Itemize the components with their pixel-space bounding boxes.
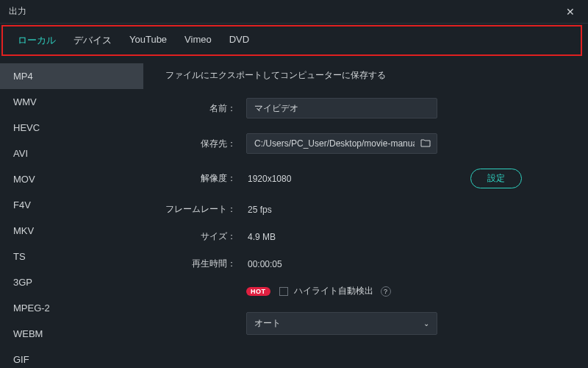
row-framerate: フレームレート： 25 fps (165, 203, 566, 216)
help-icon[interactable]: ? (381, 286, 391, 297)
export-description: ファイルにエクスポートしてコンピューターに保存する (165, 69, 566, 82)
value-resolution: 1920x1080 (246, 174, 291, 184)
tab-youtube[interactable]: YouTube (121, 31, 176, 50)
format-item-ts[interactable]: TS (0, 244, 143, 269)
highlight-mode-select[interactable]: オート ⌄ (246, 312, 437, 335)
hot-badge: HOT (246, 287, 270, 296)
format-item-mkv[interactable]: MKV (0, 218, 143, 244)
tab-local[interactable]: ローカル (9, 31, 65, 50)
format-item-mp4[interactable]: MP4 (0, 63, 143, 89)
format-item-mpeg2[interactable]: MPEG-2 (0, 295, 143, 321)
row-size: サイズ： 4.9 MB (165, 230, 566, 243)
folder-icon[interactable] (415, 135, 437, 152)
label-resolution: 解像度： (165, 172, 246, 185)
row-saveto: 保存先： C:/Users/PC_User/Desktop/movie-manu… (165, 133, 566, 154)
value-duration: 00:00:05 (246, 259, 282, 269)
row-dropdown: オート ⌄ (165, 312, 566, 335)
label-framerate: フレームレート： (165, 203, 246, 216)
titlebar: 出力 ✕ (0, 0, 588, 24)
format-item-wmv[interactable]: WMV (0, 89, 143, 115)
settings-button[interactable]: 設定 (470, 169, 522, 188)
row-name: 名前： (165, 98, 566, 118)
path-field: C:/Users/PC_User/Desktop/movie-manual.t (246, 133, 437, 154)
format-item-f4v[interactable]: F4V (0, 192, 143, 218)
label-saveto: 保存先： (165, 138, 246, 150)
row-highlight: HOT ハイライト自動検出 ? (165, 285, 566, 297)
content: MP4 WMV HEVC AVI MOV F4V MKV TS 3GP MPEG… (0, 56, 588, 368)
format-sidebar: MP4 WMV HEVC AVI MOV F4V MKV TS 3GP MPEG… (0, 56, 143, 368)
path-input[interactable]: C:/Users/PC_User/Desktop/movie-manual.t (247, 134, 415, 153)
row-duration: 再生時間： 00:00:05 (165, 258, 566, 270)
value-size: 4.9 MB (246, 232, 276, 242)
format-item-hevc[interactable]: HEVC (0, 115, 143, 141)
highlight-label: ハイライト自動検出 (294, 285, 373, 297)
format-item-webm[interactable]: WEBM (0, 321, 143, 347)
highlight-checkbox[interactable] (279, 287, 288, 296)
tabbar: ローカル デバイス YouTube Vimeo DVD (3, 26, 581, 54)
label-size: サイズ： (165, 230, 246, 243)
select-value: オート (254, 317, 281, 330)
format-item-gif[interactable]: GIF (0, 347, 143, 368)
label-duration: 再生時間： (165, 258, 246, 270)
close-icon[interactable]: ✕ (562, 4, 579, 19)
main-panel: ファイルにエクスポートしてコンピューターに保存する 名前： 保存先： C:/Us… (143, 56, 588, 368)
format-item-3gp[interactable]: 3GP (0, 269, 143, 295)
tab-dvd[interactable]: DVD (220, 31, 258, 50)
name-input[interactable] (246, 98, 437, 118)
window-title: 出力 (9, 5, 26, 18)
label-name: 名前： (165, 102, 246, 115)
chevron-down-icon: ⌄ (423, 319, 429, 328)
value-framerate: 25 fps (246, 205, 272, 215)
format-item-avi[interactable]: AVI (0, 141, 143, 166)
tab-vimeo[interactable]: Vimeo (176, 31, 220, 50)
format-item-mov[interactable]: MOV (0, 166, 143, 192)
tab-device[interactable]: デバイス (65, 31, 121, 50)
row-resolution: 解像度： 1920x1080 設定 (165, 169, 566, 188)
tabbar-highlight: ローカル デバイス YouTube Vimeo DVD (1, 25, 582, 56)
